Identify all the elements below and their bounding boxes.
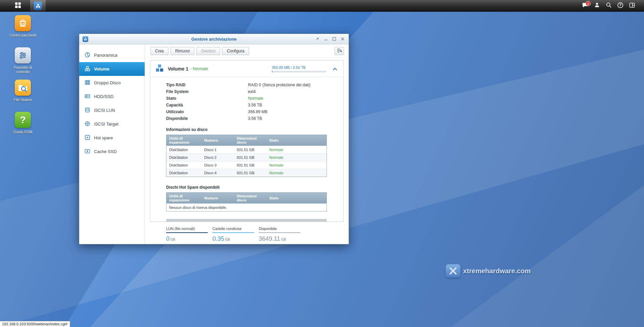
usage-summary: 356.89 MB / 3.56 TB <box>272 65 327 73</box>
disk-group-icon <box>85 80 90 86</box>
user-options-button[interactable] <box>591 0 603 11</box>
volume-panel-header: Volume 1 - Normale 356.89 MB / 3.56 TB <box>150 60 343 77</box>
collapse-chevron-icon[interactable] <box>332 67 338 71</box>
maximize-icon[interactable] <box>332 37 336 41</box>
hdd-icon <box>85 93 90 100</box>
svg-text:?: ? <box>619 3 621 7</box>
volume-name: Volume 1 <box>168 66 188 72</box>
storage-manager-window: Gestore archiviazione <box>79 34 349 244</box>
volume-panel: Volume 1 - Normale 356.89 MB / 3.56 TB <box>150 60 344 222</box>
raid-warning: (Senza protezione dei dati) <box>262 83 310 87</box>
hot-spare-title: Dischi Hot Spare disponibili <box>166 185 327 190</box>
sidebar-item-label: Panoramica <box>94 53 117 58</box>
user-icon <box>594 2 600 9</box>
gestisci-button[interactable]: Gestisci <box>196 47 220 55</box>
volume-cubes-icon <box>85 66 90 73</box>
sidebar: Panoramica Volume Gruppo Disco HDD/SSD i… <box>79 44 145 244</box>
desktop: Centro pacchetti Pannello di controllo F… <box>0 12 644 327</box>
sidebar-item-label: Cache SSD <box>94 149 117 154</box>
sidebar-item-label: Volume <box>94 66 109 72</box>
taskbar-storage-manager-button[interactable] <box>30 0 46 11</box>
desktop-icon-label: Centro pacchetti <box>9 33 36 38</box>
dsm-help-icon: ? <box>15 112 31 128</box>
sidebar-item-iscsi-lun[interactable]: iSCSI LUN <box>79 103 145 117</box>
sidebar-item-hot-spare[interactable]: Hot spare <box>79 131 145 145</box>
notification-badge: 2 <box>586 1 591 6</box>
package-center-icon <box>15 15 31 31</box>
main-content: Crea Rimuovi Gestisci Configura <box>145 44 349 244</box>
detail-row-utilizzato: Utilizzato 356.89 MB <box>166 108 327 115</box>
search-icon <box>606 2 612 9</box>
desktop-icon-control-panel[interactable]: Pannello di controllo <box>7 47 38 74</box>
desktop-icon-package-center[interactable]: Centro pacchetti <box>7 15 38 38</box>
window-title: Gestore archiviazione <box>79 37 349 42</box>
watermark-text: xtremehardware.com <box>463 267 531 275</box>
notifications-button[interactable]: 2 <box>579 0 591 11</box>
pin-icon[interactable] <box>315 37 319 41</box>
dash: - <box>190 66 191 71</box>
table-row-empty: Nessun disco di riserva disponibile. <box>166 204 327 212</box>
question-glyph: ? <box>20 114 26 126</box>
desktop-icon-label: File Station <box>13 98 32 102</box>
disk-info-title: Informazioni su disco <box>166 127 327 132</box>
storage-manager-app-icon <box>34 2 42 10</box>
minimize-icon[interactable] <box>324 37 328 41</box>
detail-row-stato: Stato Normale <box>166 95 327 102</box>
detail-row-disponibile: Disponibile 3.56 TB <box>166 115 327 122</box>
table-row[interactable]: DiskStation Disco 1 931.51 GB Normale <box>166 146 327 154</box>
search-button[interactable] <box>603 0 614 11</box>
disk-info-table: Unità di espansione Numero Dimensioni di… <box>166 135 327 177</box>
collapse-panels-button[interactable] <box>335 47 344 55</box>
overview-icon <box>85 52 90 59</box>
configura-button[interactable]: Configura <box>222 47 249 55</box>
usage-progressbar <box>272 71 327 73</box>
toolbar: Crea Rimuovi Gestisci Configura <box>145 44 349 58</box>
table-row[interactable]: DiskStation Disco 2 931.51 GB Normale <box>166 154 327 161</box>
rimuovi-button[interactable]: Rimuovi <box>170 47 194 55</box>
volume-cubes-icon <box>155 63 164 74</box>
widgets-icon <box>629 2 635 10</box>
file-station-icon <box>15 80 31 96</box>
database-icon <box>85 107 90 114</box>
detail-row-capacita: Capacità 3.56 TB <box>166 102 327 108</box>
sidebar-item-volume[interactable]: Volume <box>79 62 145 76</box>
sidebar-item-hdd-ssd[interactable]: HDD/SSD <box>79 90 145 103</box>
sidebar-item-label: HDD/SSD <box>94 94 114 99</box>
table-row[interactable]: DiskStation Disco 3 931.51 GB Normale <box>166 161 327 169</box>
desktop-icon-dsm-help[interactable]: ? Guida DSM <box>7 112 38 134</box>
help-icon: ? <box>617 2 624 10</box>
taskbar: 2 ? <box>0 0 644 12</box>
sidebar-item-cache-ssd[interactable]: Cache SSD <box>79 145 145 158</box>
window-titlebar[interactable]: Gestore archiviazione <box>79 34 349 44</box>
stat-available: Disponibile 3649.11GB <box>259 227 300 242</box>
desktop-icon-file-station[interactable]: File Station <box>7 80 38 102</box>
list-collapse-icon <box>337 48 342 54</box>
hot-spare-table: Unità di espansione Numero Dimensioni di… <box>166 192 327 212</box>
help-button[interactable]: ? <box>614 0 626 11</box>
sidebar-item-gruppo-disco[interactable]: Gruppo Disco <box>79 76 145 90</box>
sidebar-item-panoramica[interactable]: Panoramica <box>79 48 145 62</box>
flash-card-icon <box>85 148 90 155</box>
target-icon <box>85 121 90 128</box>
volume-usage-bar <box>166 219 327 222</box>
storage-manager-app-icon <box>83 36 88 42</box>
close-icon[interactable] <box>341 37 345 41</box>
sidebar-item-label: Hot spare <box>94 135 113 140</box>
crea-button[interactable]: Crea <box>150 47 168 55</box>
sidebar-item-label: iSCSI LUN <box>94 108 115 113</box>
control-panel-icon <box>15 47 31 63</box>
sidebar-item-iscsi-target[interactable]: iSCSI Target <box>79 117 145 131</box>
stat-lun: LUN (file normali) 0GB <box>166 227 208 242</box>
stat-shared-folders: Cartelle condivise 0.35GB <box>212 227 254 242</box>
watermark: xtremehardware.com <box>446 264 531 278</box>
desktop-icon-label: Guida DSM <box>13 130 33 134</box>
table-row[interactable]: DiskStation Disco 4 931.51 GB Normale <box>166 169 327 177</box>
main-menu-button[interactable] <box>10 0 26 11</box>
detail-row-file-system: File System ext4 <box>166 88 327 95</box>
usage-text: 356.89 MB / 3.56 TB <box>272 65 327 69</box>
desktop-icon-label: Pannello di controllo <box>7 65 38 74</box>
pilot-view-button[interactable] <box>626 0 638 11</box>
watermark-logo-icon <box>446 264 460 278</box>
detail-row-tipo-raid: Tipo RAID RAID 0 (Senza protezione dei d… <box>166 82 327 88</box>
storage-stats: LUN (file normali) 0GB Cartelle condivis… <box>166 227 327 242</box>
